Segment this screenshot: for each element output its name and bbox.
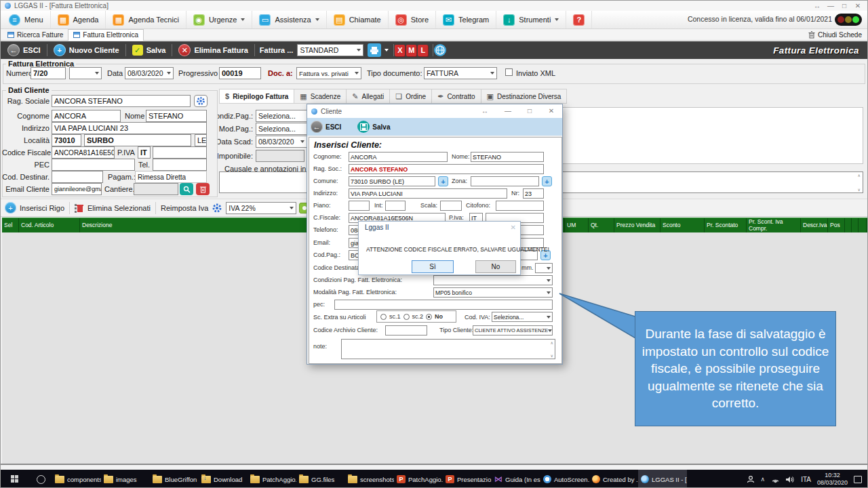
tray-clock[interactable]: 10:32 08/03/2020: [817, 472, 848, 487]
toolbar-button-urgenze[interactable]: ◉Urgenze: [186, 11, 253, 28]
grid-column-descrizione[interactable]: Descrizione: [80, 218, 307, 232]
dlg-note-textarea[interactable]: ∧∨: [341, 339, 555, 359]
cantiere-input[interactable]: [134, 183, 178, 195]
dlg-nome-input[interactable]: STEFANO: [471, 152, 544, 162]
dialog-minimize-icon[interactable]: —: [501, 104, 515, 118]
toolbar-button-menu[interactable]: ≡Menu: [2, 11, 51, 28]
taskbar-item-bluegriffon[interactable]: BlueGriffon: [150, 470, 199, 488]
grid-column-pos[interactable]: Pos: [828, 218, 845, 232]
cap-input[interactable]: 73010: [52, 134, 81, 146]
warning-close-icon[interactable]: ✕: [511, 224, 516, 231]
scroll-up-icon[interactable]: ∧: [551, 340, 553, 345]
taskbar-item-patchaggio[interactable]: PPatchAggio...: [394, 470, 443, 488]
grid-column-sel[interactable]: Sel: [2, 218, 19, 232]
xml-m-icon[interactable]: M: [406, 45, 416, 56]
grid-column-empty[interactable]: [845, 218, 852, 232]
toolbar-button-chiamate[interactable]: ▤Chiamate: [327, 11, 389, 28]
grid-column-pr-scont-iva-compr[interactable]: Pr. Scont. Iva Compr.: [747, 218, 801, 232]
dlg-cognome-input[interactable]: ANCORA: [349, 152, 448, 162]
provincia-input[interactable]: LE: [195, 134, 207, 146]
piva-input[interactable]: [153, 146, 207, 159]
window-resize-icon[interactable]: ↔: [810, 1, 824, 11]
taskbar-item-guida-in-es[interactable]: ⋈Guida (In es...: [492, 470, 540, 488]
elimina-cantiere-button[interactable]: [196, 183, 210, 195]
elimina-fattura-button[interactable]: ✕ Elimina Fattura: [173, 41, 253, 59]
data-scad-select[interactable]: 08/03/2020: [256, 136, 307, 148]
grid-column-um[interactable]: UM: [565, 218, 589, 232]
dlg-comm-select[interactable]: [535, 263, 553, 273]
start-button[interactable]: [1, 470, 29, 488]
toolbar-button-assistenza[interactable]: ▭Assistenza: [252, 11, 326, 28]
salva-button[interactable]: ✓ Salva: [127, 41, 172, 59]
toolbar-button-telegram[interactable]: ✉Telegram: [436, 11, 496, 28]
tab-fattura-elettronica[interactable]: Fattura Elettronica: [68, 29, 144, 41]
tab-destinazione-diversa[interactable]: ▣Destinazione Diversa: [481, 89, 568, 104]
toolbar-button-strumenti[interactable]: ↓Strumenti: [496, 11, 566, 28]
dialog-close-icon[interactable]: ✕: [545, 104, 558, 118]
dlg-citofono-input[interactable]: [496, 201, 544, 211]
elimina-selezionati-button[interactable]: Elimina Selezionati: [87, 204, 151, 212]
dlg-zona-add-button[interactable]: +: [542, 176, 552, 186]
imponibile-input[interactable]: [256, 150, 304, 162]
xml-x-icon[interactable]: X: [395, 45, 405, 56]
grid-column-qt[interactable]: Qt.: [589, 218, 614, 232]
grid-column-prezzo-vendita[interactable]: Prezzo Vendita: [614, 218, 660, 232]
grid-column-cod-articolo[interactable]: Cod. Articolo: [19, 218, 80, 232]
pagamento-input[interactable]: Rimessa Diretta: [135, 171, 207, 183]
grid-column-empty[interactable]: [852, 218, 859, 232]
language-indicator[interactable]: ITA: [801, 476, 811, 483]
inviato-xml-checkbox[interactable]: [505, 68, 513, 76]
grid-column-descr-iva[interactable]: Descr.Iva: [801, 218, 828, 232]
piva-prefix-input[interactable]: IT: [138, 146, 151, 159]
taskbar-item-images[interactable]: images: [101, 470, 150, 488]
dlg-comune-input[interactable]: 73010 SURBO (LE): [349, 176, 435, 186]
tab-contratto[interactable]: ✒Contratto: [432, 89, 481, 104]
numero-input[interactable]: 7/20: [31, 67, 66, 79]
plus-icon[interactable]: +: [5, 202, 16, 214]
scroll-up-icon[interactable]: ∧: [858, 173, 861, 178]
cognome-input[interactable]: ANCORA: [52, 110, 121, 122]
people-icon[interactable]: [747, 475, 755, 483]
tel-input[interactable]: [153, 159, 207, 171]
pec-input[interactable]: [52, 159, 135, 171]
tipo-documento-select[interactable]: FATTURA: [424, 67, 497, 79]
tab-riepilogo-fattura[interactable]: $Riepilogo Fattura: [219, 89, 294, 104]
grid-column-pr-scontato[interactable]: Pr. Scontato: [705, 218, 747, 232]
tab-ricerca-fatture[interactable]: Ricerca Fatture: [3, 29, 68, 41]
citta-input[interactable]: SURBO: [84, 134, 191, 146]
globe-icon[interactable]: [434, 44, 446, 56]
dlg-tipocliente-select[interactable]: CLIENTE ATTIVO ASSISTENZE: [473, 325, 553, 336]
print-button[interactable]: [363, 41, 393, 59]
dlg-indirizzo-input[interactable]: VIA PAPA LUCIANI: [349, 188, 507, 199]
speaker-icon[interactable]: [786, 476, 795, 483]
iva-select[interactable]: IVA 22%: [226, 202, 296, 214]
tab-allegati[interactable]: ✎Allegati: [347, 89, 390, 104]
radio-no[interactable]: [426, 314, 432, 320]
dialog-esci-button[interactable]: ← ESCI: [311, 121, 341, 133]
nome-input[interactable]: STEFANO: [146, 110, 207, 122]
indirizzo-input[interactable]: VIA PAPA LUCIANI 23: [52, 122, 207, 134]
network-icon[interactable]: [771, 476, 780, 483]
numero-suffix-select[interactable]: [69, 67, 102, 79]
dlg-int-input[interactable]: [385, 201, 406, 211]
template-select[interactable]: STANDARD: [297, 44, 363, 56]
dlg-comune-add-button[interactable]: +: [438, 176, 448, 186]
codice-fiscale-input[interactable]: ANCORA81A16E506N: [52, 146, 115, 159]
dlg-condizioni-select[interactable]: [433, 275, 553, 285]
textarea-scrollbar[interactable]: ∧∨: [858, 172, 861, 192]
taskbar-item-presentazio[interactable]: PPresentazio...: [443, 470, 492, 488]
taskbar-item-patchaggio[interactable]: PatchAggio...: [248, 470, 296, 488]
delete-rows-icon[interactable]: [75, 203, 84, 213]
warning-yes-button[interactable]: Sì: [412, 260, 454, 273]
dlg-archivio-input[interactable]: [385, 325, 427, 336]
dlg-piano-input[interactable]: [349, 201, 370, 211]
warning-no-button[interactable]: No: [475, 260, 516, 273]
progressivo-input[interactable]: 00019: [219, 67, 261, 79]
cerca-cantiere-button[interactable]: [180, 183, 193, 195]
dlg-ragsoc-input[interactable]: ANCORA STEFANO: [349, 164, 544, 174]
xml-l-icon[interactable]: L: [418, 45, 428, 56]
window-minimize-icon[interactable]: —: [824, 1, 837, 11]
inserisci-rigo-button[interactable]: Inserisci Rigo: [20, 204, 64, 212]
rag-sociale-input[interactable]: ANCORA STEFANO: [52, 95, 191, 107]
taskbar-item-lggas-ii[interactable]: LGGAS II - [...: [638, 470, 687, 488]
